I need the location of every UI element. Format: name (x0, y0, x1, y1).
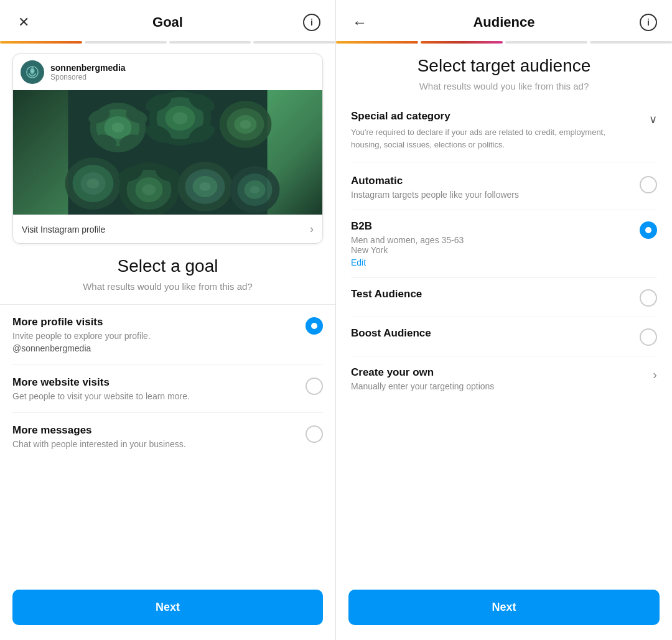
audience-b2b-text: B2B Men and women, ages 35-63 New York E… (351, 220, 640, 267)
audience-boost-label: Boost Audience (351, 327, 640, 340)
radio-website-visits[interactable] (306, 378, 323, 395)
radio-boost[interactable] (640, 328, 657, 346)
left-section-title: Select a goal (12, 256, 323, 276)
right-section-subtitle: What results would you like from this ad… (351, 81, 657, 91)
ad-action-text: Visit Instagram profile (22, 225, 105, 234)
right-header: ← Audience i (336, 0, 672, 41)
ad-sponsored-label: Sponsored (50, 73, 126, 81)
option-label-profile-visits: More profile visits (12, 316, 306, 328)
audience-automatic-label: Automatic (351, 175, 640, 187)
special-cat-row: Special ad category You're required to d… (351, 110, 657, 151)
audience-b2b-edit[interactable]: Edit (351, 257, 640, 267)
left-section-subtitle: What results would you like from this ad… (12, 281, 323, 292)
back-icon: ← (352, 14, 367, 31)
special-cat-text: Special ad category You're required to d… (351, 110, 612, 151)
audience-b2b-label: B2B (351, 220, 640, 233)
radio-messages[interactable] (306, 425, 323, 443)
audience-automatic[interactable]: Automatic Instagram targets people like … (351, 165, 657, 210)
left-info-button[interactable]: i (301, 11, 323, 34)
option-desc-profile-visits: Invite people to explore your profile. (12, 331, 306, 341)
right-panel: ← Audience i Select target audience What… (336, 0, 672, 640)
right-title: Audience (473, 14, 534, 30)
left-header: ✕ Goal i (0, 0, 335, 41)
right-next-button[interactable]: Next (348, 590, 660, 625)
goal-option-website-visits[interactable]: More website visits Get people to visit … (12, 365, 323, 413)
option-label-messages: More messages (12, 424, 306, 437)
svg-point-1 (30, 69, 34, 73)
radio-automatic[interactable] (640, 176, 657, 193)
special-ad-category[interactable]: Special ad category You're required to d… (351, 110, 657, 162)
radio-profile-visits[interactable] (306, 317, 323, 335)
option-text-profile-visits: More profile visits Invite people to exp… (12, 316, 306, 353)
ad-action-arrow-icon: › (310, 223, 314, 236)
special-cat-desc: You're required to declare if your ads a… (351, 126, 612, 151)
option-label-website-visits: More website visits (12, 376, 306, 389)
avatar (21, 60, 44, 84)
special-cat-label: Special ad category (351, 110, 612, 123)
option-desc-website-visits: Get people to visit your website to lear… (12, 391, 306, 401)
right-info-button[interactable]: i (637, 11, 660, 34)
goal-option-profile-visits[interactable]: More profile visits Invite people to exp… (12, 305, 323, 365)
ad-preview-header: sonnenbergmedia Sponsored (13, 54, 322, 90)
audience-automatic-text: Automatic Instagram targets people like … (351, 175, 640, 200)
info-icon: i (303, 14, 320, 31)
left-content: sonnenbergmedia Sponsored (0, 44, 335, 580)
option-desc-messages: Chat with people interested in your busi… (12, 439, 306, 449)
create-own-text: Create your own Manually enter your targ… (351, 366, 653, 391)
audience-b2b[interactable]: B2B Men and women, ages 35-63 New York E… (351, 210, 657, 278)
chevron-down-icon: ∨ (649, 113, 657, 126)
radio-test[interactable] (640, 289, 657, 307)
audience-boost-text: Boost Audience (351, 327, 640, 342)
right-content: Select target audience What results woul… (336, 44, 672, 580)
ad-preview-card: sonnenbergmedia Sponsored (12, 53, 323, 244)
option-text-website-visits: More website visits Get people to visit … (12, 376, 306, 401)
option-sub-profile-visits: @sonnenbergmedia (12, 343, 306, 353)
left-panel: ✕ Goal i (0, 0, 336, 640)
right-info-icon: i (640, 14, 657, 31)
audience-boost[interactable]: Boost Audience (351, 317, 657, 356)
right-section-title: Select target audience (351, 56, 657, 76)
close-icon: ✕ (18, 14, 29, 30)
audience-test[interactable]: Test Audience (351, 278, 657, 317)
left-title: Goal (152, 14, 183, 30)
audience-automatic-desc: Instagram targets people like your follo… (351, 190, 640, 200)
ad-image (13, 90, 322, 215)
audience-test-text: Test Audience (351, 288, 640, 303)
ad-action-bar[interactable]: Visit Instagram profile › (13, 215, 322, 243)
audience-b2b-desc-line1: Men and women, ages 35-63 (351, 235, 640, 245)
svg-rect-41 (68, 90, 268, 215)
audience-test-label: Test Audience (351, 288, 640, 300)
create-own-label: Create your own (351, 366, 653, 379)
back-button[interactable]: ← (348, 11, 371, 34)
create-own-arrow-icon: › (653, 368, 657, 382)
ad-account-info: sonnenbergmedia Sponsored (50, 63, 126, 81)
option-text-messages: More messages Chat with people intereste… (12, 424, 306, 449)
left-next-button[interactable]: Next (12, 590, 323, 625)
create-own-desc: Manually enter your targeting options (351, 381, 653, 391)
audience-b2b-desc-line2: New York (351, 245, 640, 255)
radio-b2b[interactable] (640, 221, 657, 239)
create-own-row[interactable]: Create your own Manually enter your targ… (351, 356, 657, 401)
close-button[interactable]: ✕ (12, 11, 35, 34)
ad-account-name: sonnenbergmedia (50, 63, 126, 73)
goal-option-messages[interactable]: More messages Chat with people intereste… (12, 413, 323, 460)
